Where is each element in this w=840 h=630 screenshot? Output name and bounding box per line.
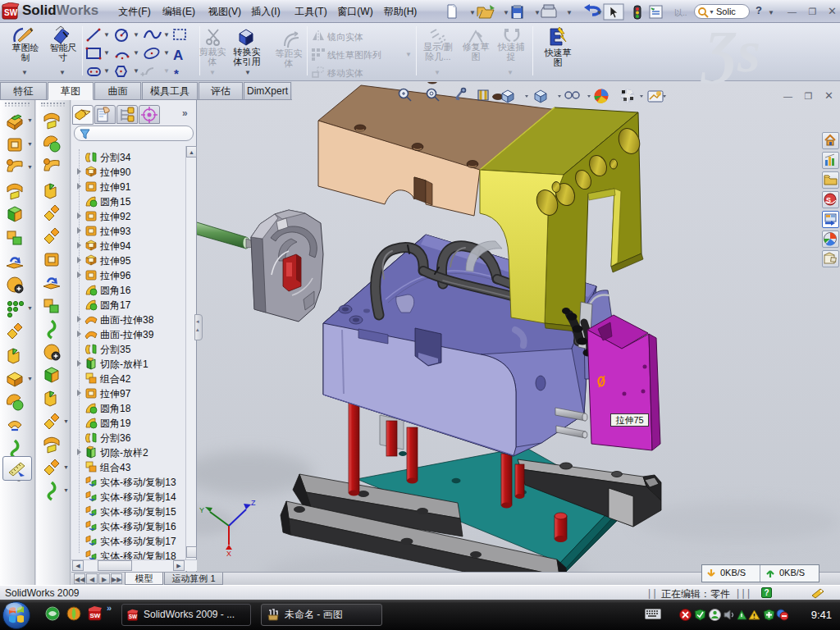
svg-text:SW: SW: [129, 614, 138, 619]
svg-text:Y: Y: [199, 506, 204, 514]
svg-text:SW: SW: [4, 8, 18, 17]
svg-text:SW: SW: [90, 612, 101, 619]
svg-text:X: X: [226, 550, 231, 558]
svg-text:以..: 以..: [674, 8, 687, 17]
svg-text:Z: Z: [251, 499, 256, 507]
svg-text:*: *: [174, 66, 179, 80]
svg-text:A: A: [173, 48, 183, 63]
